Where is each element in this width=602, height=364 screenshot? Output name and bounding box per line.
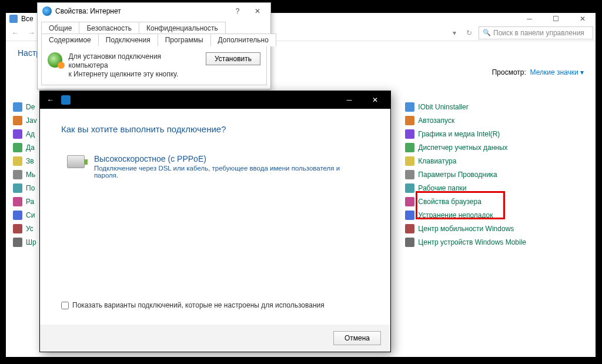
help-button[interactable]: ? — [229, 5, 246, 18]
nav-back-icon[interactable]: ← — [8, 26, 22, 40]
setup-button[interactable]: Установить — [206, 52, 260, 65]
checkbox-label: Показать варианты подключений, которые н… — [72, 301, 325, 309]
item-icon — [405, 224, 414, 233]
option-title: Высокоскоростное (с PPPoE) — [94, 154, 363, 163]
tab-общие[interactable]: Общие — [41, 22, 79, 34]
svg-rect-26 — [405, 156, 414, 166]
item-label: IObit Uninstaller — [418, 103, 468, 111]
svg-rect-29 — [405, 197, 414, 206]
item-icon — [13, 238, 22, 247]
item-label: Мь — [26, 171, 35, 179]
cp-item[interactable]: Свойства браузера — [405, 197, 584, 206]
cp-item[interactable]: Клавиатура — [405, 156, 584, 166]
cp-item[interactable]: Диспетчер учетных данных — [405, 143, 584, 152]
item-icon — [13, 170, 22, 179]
cp-item[interactable]: Рабочие папки — [405, 183, 584, 193]
item-label: Jav — [26, 116, 37, 125]
close-button[interactable]: ✕ — [249, 5, 266, 18]
item-icon — [13, 211, 22, 220]
item-label: Центр мобильности Windows — [418, 225, 514, 233]
setup-description: Для установки подключения компьютера к И… — [68, 52, 200, 79]
item-icon — [405, 156, 414, 166]
svg-rect-27 — [405, 170, 414, 179]
search-input[interactable]: 🔍 Поиск в панели управления — [479, 26, 593, 39]
item-label: По — [26, 184, 35, 192]
item-icon — [405, 211, 414, 220]
svg-rect-3 — [13, 143, 22, 152]
option-pppoe[interactable]: Высокоскоростное (с PPPoE) Подключение ч… — [61, 148, 369, 185]
item-icon — [13, 183, 22, 193]
tab-программы[interactable]: Программы — [158, 34, 211, 46]
minimize-button[interactable]: ─ — [516, 13, 543, 25]
cancel-button[interactable]: Отмена — [333, 331, 381, 345]
dialog-title: Свойства: Интернет — [55, 7, 226, 15]
item-label: Зв — [26, 157, 34, 165]
cp-item[interactable]: Графика и медиа Intel(R) — [405, 129, 584, 139]
show-unconfigured-checkbox[interactable]: Показать варианты подключений, которые н… — [61, 301, 325, 309]
item-label: Ад — [26, 130, 35, 138]
item-icon — [405, 116, 414, 125]
item-label: Диспетчер учетных данных — [418, 143, 507, 152]
search-placeholder: Поиск в панели управления — [493, 29, 584, 37]
tab-подключения[interactable]: Подключения — [98, 34, 158, 46]
item-label: Да — [26, 143, 35, 152]
item-icon — [13, 116, 22, 125]
item-label: Си — [26, 211, 35, 219]
wizard-heading: Как вы хотите выполнить подключение? — [61, 124, 369, 134]
refresh-icon[interactable]: ↻ — [462, 26, 476, 40]
svg-rect-0 — [13, 102, 22, 112]
globe-icon — [48, 52, 62, 68]
svg-rect-8 — [13, 211, 22, 220]
svg-rect-22 — [405, 102, 414, 112]
minimize-button[interactable]: ─ — [336, 91, 362, 109]
svg-rect-32 — [405, 238, 414, 247]
cp-item[interactable]: Центр устройств Windows Mobile — [405, 238, 584, 247]
dialog-body: Для установки подключения компьютера к И… — [41, 46, 267, 85]
connection-wizard-window: ← ─ ✕ Как вы хотите выполнить подключени… — [39, 91, 391, 352]
control-panel-icon — [9, 15, 18, 23]
svg-rect-7 — [13, 197, 22, 206]
svg-rect-25 — [405, 143, 414, 152]
view-mode-link[interactable]: Мелкие значки — [530, 68, 578, 76]
internet-properties-dialog: Свойства: Интернет ? ✕ ОбщиеБезопасность… — [37, 2, 271, 89]
cp-item[interactable]: Параметры Проводника — [405, 170, 584, 179]
item-icon — [13, 129, 22, 139]
maximize-button[interactable]: ☐ — [543, 13, 569, 25]
option-description: Подключение через DSL или кабель, требую… — [94, 165, 363, 179]
cp-item[interactable]: Устранение неполадок — [405, 211, 584, 220]
item-icon — [13, 156, 22, 166]
cp-item[interactable]: Автозапуск — [405, 116, 584, 125]
close-button[interactable]: ✕ — [362, 91, 388, 109]
search-icon: 🔍 — [483, 29, 491, 36]
wizard-back-icon[interactable]: ← — [42, 92, 59, 108]
item-label: De — [26, 103, 35, 111]
svg-rect-31 — [405, 224, 414, 233]
item-icon — [13, 224, 22, 233]
cp-item[interactable]: Центр мобильности Windows — [405, 224, 584, 233]
item-icon — [405, 170, 414, 179]
tab-содержимое[interactable]: Содержимое — [41, 34, 99, 46]
close-button[interactable]: ✕ — [569, 13, 596, 25]
tab-конфиденциальность[interactable]: Конфиденциальность — [139, 22, 226, 34]
svg-rect-9 — [13, 224, 22, 233]
svg-rect-5 — [13, 170, 22, 179]
item-icon — [13, 102, 22, 112]
item-label: Автозапуск — [418, 116, 454, 125]
wizard-titlebar: ← ─ ✕ — [40, 91, 390, 109]
dialog-titlebar: Свойства: Интернет ? ✕ — [38, 3, 270, 19]
item-icon — [405, 143, 414, 152]
tab-дополнительно[interactable]: Дополнительно — [210, 34, 276, 46]
item-icon — [405, 102, 414, 112]
svg-rect-10 — [13, 238, 22, 247]
tab-безопасность[interactable]: Безопасность — [79, 22, 139, 34]
cp-item[interactable]: IObit Uninstaller — [405, 102, 584, 112]
item-label: Центр устройств Windows Mobile — [418, 238, 526, 246]
item-icon — [13, 143, 22, 152]
item-label: Ра — [26, 198, 34, 206]
checkbox-input[interactable] — [61, 302, 69, 309]
svg-rect-6 — [13, 183, 22, 193]
item-label: Рабочие папки — [418, 184, 466, 192]
item-icon — [405, 197, 414, 206]
control-panel-title: Все — [21, 15, 34, 23]
nav-dropdown-icon[interactable]: ▾ — [449, 26, 460, 40]
